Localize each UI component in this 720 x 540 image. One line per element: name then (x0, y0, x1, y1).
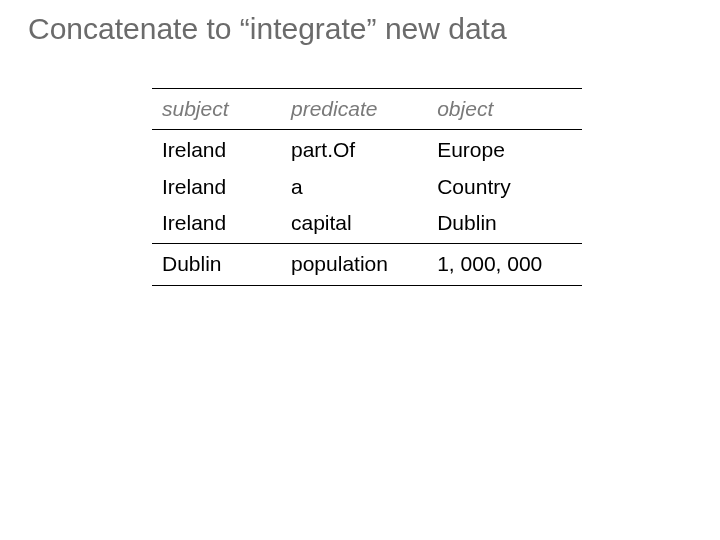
cell-object: Europe (427, 130, 582, 169)
table-row: Ireland part.Of Europe (152, 130, 582, 169)
cell-subject: Ireland (152, 169, 281, 205)
cell-object: 1, 000, 000 (427, 244, 582, 285)
table-header-row: subject predicate object (152, 89, 582, 130)
cell-predicate: part.Of (281, 130, 427, 169)
cell-subject: Ireland (152, 130, 281, 169)
cell-subject: Ireland (152, 205, 281, 244)
cell-predicate: a (281, 169, 427, 205)
cell-object: Country (427, 169, 582, 205)
slide-title: Concatenate to “integrate” new data (28, 12, 507, 46)
cell-object: Dublin (427, 205, 582, 244)
cell-predicate: capital (281, 205, 427, 244)
header-predicate: predicate (281, 89, 427, 130)
table-row: Dublin population 1, 000, 000 (152, 244, 582, 285)
header-subject: subject (152, 89, 281, 130)
triples-table: subject predicate object Ireland part.Of… (152, 88, 582, 286)
table-row: Ireland a Country (152, 169, 582, 205)
header-object: object (427, 89, 582, 130)
table-row: Ireland capital Dublin (152, 205, 582, 244)
cell-predicate: population (281, 244, 427, 285)
cell-subject: Dublin (152, 244, 281, 285)
